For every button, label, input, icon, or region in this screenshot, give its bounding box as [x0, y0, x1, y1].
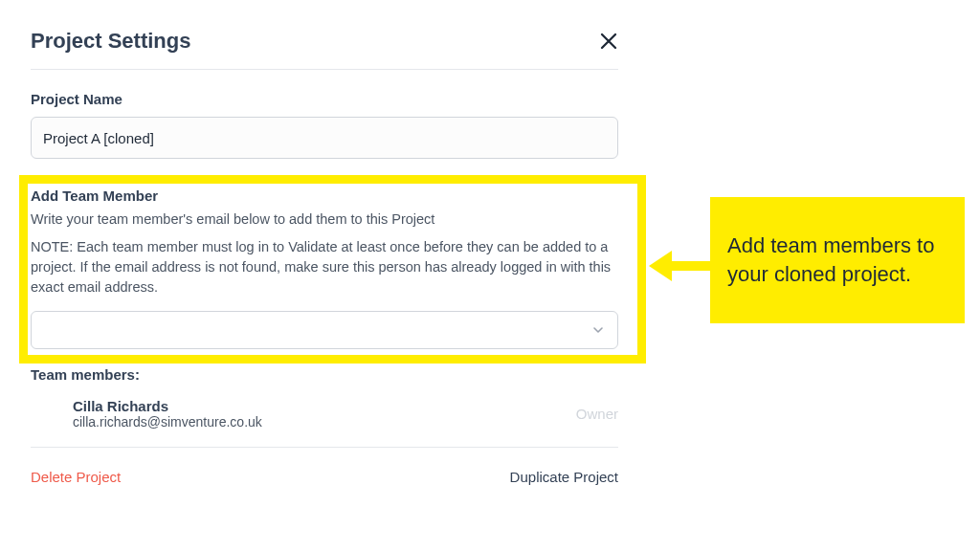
- header-row: Project Settings: [31, 29, 618, 54]
- page-title: Project Settings: [31, 29, 190, 54]
- annotation-text: Add team members to your cloned project.: [727, 231, 947, 288]
- delete-project-link[interactable]: Delete Project: [31, 469, 121, 485]
- project-name-input[interactable]: [31, 117, 618, 159]
- member-role: Owner: [576, 406, 618, 422]
- add-member-helper: Write your team member's email below to …: [31, 209, 618, 230]
- duplicate-project-link[interactable]: Duplicate Project: [510, 469, 618, 485]
- annotation-callout: Add team members to your cloned project.: [710, 197, 965, 323]
- add-member-label: Add Team Member: [31, 187, 618, 204]
- annotation-arrow: [649, 249, 712, 283]
- svg-rect-0: [668, 261, 712, 271]
- footer-row: Delete Project Duplicate Project: [31, 469, 618, 485]
- close-icon[interactable]: [599, 32, 618, 51]
- add-member-note: NOTE: Each team member must log in to Va…: [31, 237, 618, 298]
- member-info: Cilla Richards cilla.richards@simventure…: [73, 398, 262, 430]
- settings-panel: Project Settings Project Name Add Team M…: [31, 29, 618, 485]
- svg-marker-1: [649, 251, 672, 281]
- member-name: Cilla Richards: [73, 398, 262, 414]
- member-row: Cilla Richards cilla.richards@simventure…: [31, 398, 618, 448]
- member-email: cilla.richards@simventure.co.uk: [73, 414, 262, 430]
- team-members-label: Team members:: [31, 366, 618, 383]
- member-email-select[interactable]: [31, 311, 618, 349]
- divider: [31, 69, 618, 70]
- project-name-label: Project Name: [31, 91, 618, 107]
- add-member-section: Add Team Member Write your team member's…: [31, 187, 618, 349]
- chevron-down-icon: [592, 324, 604, 336]
